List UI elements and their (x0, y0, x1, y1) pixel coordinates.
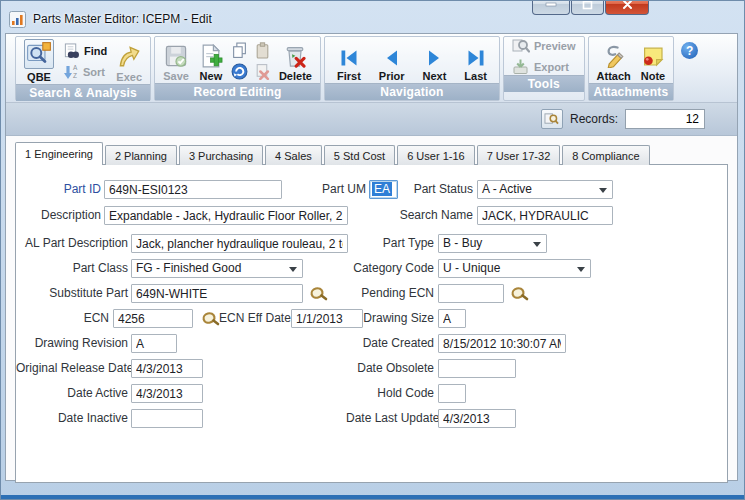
new-label: New (200, 70, 223, 82)
note-label: Note (641, 70, 665, 82)
attach-button[interactable]: Attach (593, 38, 635, 83)
close-button[interactable] (605, 0, 649, 15)
search-name-field[interactable] (477, 206, 613, 225)
save-icon (164, 44, 188, 68)
tab-user-17-32[interactable]: 7 User 17-32 (477, 145, 561, 165)
svg-text:Z: Z (73, 72, 77, 79)
drawing-size-label: Drawing Size (346, 309, 434, 328)
toolbar-group-navigation: First Prior Next (324, 36, 500, 101)
minimize-button[interactable] (532, 0, 570, 15)
date-obsolete-field[interactable] (438, 359, 516, 378)
part-status-dropdown[interactable]: A - Active (477, 180, 613, 199)
pending-ecn-lookup-icon[interactable] (510, 285, 529, 302)
tab-engineering[interactable]: 1 Engineering (15, 142, 103, 165)
next-record-icon (424, 48, 444, 68)
category-code-dropdown[interactable]: U - Unique (438, 259, 591, 278)
first-label: First (337, 70, 361, 82)
record-search-button[interactable] (541, 109, 563, 129)
find-button[interactable]: Find (63, 43, 107, 60)
qbe-button[interactable]: QBE (20, 38, 58, 84)
prior-button[interactable]: Prior (371, 38, 413, 83)
delete-button[interactable]: Delete (275, 38, 316, 83)
hold-code-label: Hold Code (346, 384, 434, 403)
tab-purchasing[interactable]: 3 Purchasing (179, 145, 263, 165)
preview-button[interactable]: Preview (512, 37, 576, 54)
new-button[interactable]: New (195, 38, 227, 83)
note-button[interactable]: Note (637, 38, 669, 83)
save-label: Save (163, 70, 189, 82)
preview-label: Preview (534, 40, 576, 52)
ecn-field[interactable] (113, 309, 193, 328)
save-button[interactable]: Save (159, 38, 193, 83)
date-created-field[interactable] (438, 334, 566, 353)
cancel-edit-icon[interactable] (254, 63, 271, 80)
al-part-description-field[interactable] (131, 234, 348, 253)
group-caption-navigation: Navigation (325, 83, 499, 100)
tab-compliance[interactable]: 8 Compliance (562, 145, 649, 165)
drawing-revision-field[interactable] (131, 334, 177, 353)
find-icon (63, 43, 80, 60)
part-id-field[interactable] (104, 180, 282, 199)
category-code-value: U - Unique (443, 261, 500, 275)
delete-icon (283, 44, 307, 68)
refresh-icon[interactable] (231, 63, 248, 80)
substitute-part-lookup-icon[interactable] (309, 285, 328, 302)
sort-label: Sort (83, 66, 105, 78)
copy-icon[interactable] (231, 42, 248, 59)
records-label: Records: (570, 112, 618, 126)
records-count-field[interactable] (625, 109, 705, 129)
export-button[interactable]: Export (512, 58, 576, 75)
svg-text:A: A (73, 64, 78, 71)
window-title: Parts Master Editor: ICEPM - Edit (33, 12, 212, 26)
toolbar-group-record-editing: Save New (154, 36, 321, 101)
date-active-field[interactable] (131, 384, 203, 403)
part-class-dropdown[interactable]: FG - Finished Good (131, 259, 303, 278)
pending-ecn-field[interactable] (438, 284, 504, 303)
al-part-description-label: AL Part Description (16, 234, 128, 253)
minimize-icon (545, 2, 557, 7)
toolbar: QBE Find (6, 34, 737, 103)
group-caption-search-analysis: Search & Analysis (16, 84, 150, 101)
group-caption-record-editing: Record Editing (155, 83, 320, 100)
tab-sales[interactable]: 4 Sales (265, 145, 322, 165)
date-inactive-field[interactable] (131, 409, 203, 428)
paste-icon[interactable] (254, 42, 271, 59)
group-caption-tools: Tools (504, 75, 584, 92)
window-controls (531, 0, 649, 15)
note-icon (641, 44, 665, 68)
tab-bar: 1 Engineering 2 Planning 3 Purchasing 4 … (15, 142, 728, 165)
last-label: Last (464, 70, 487, 82)
part-um-label: Part UM (297, 180, 366, 199)
qbe-icon (24, 39, 54, 69)
substitute-part-field[interactable] (131, 284, 303, 303)
maximize-button[interactable] (571, 0, 604, 15)
toolbar-group-attachments: Attach Note Attachments (588, 36, 675, 101)
description-field[interactable] (104, 206, 348, 225)
tab-planning[interactable]: 2 Planning (105, 145, 177, 165)
last-record-icon (466, 48, 486, 68)
tab-std-cost[interactable]: 5 Std Cost (324, 145, 395, 165)
sort-button[interactable]: A Z Sort (63, 64, 107, 80)
first-button[interactable]: First (329, 38, 369, 83)
part-class-label: Part Class (16, 259, 128, 278)
last-button[interactable]: Last (456, 38, 495, 83)
date-last-update-field[interactable] (438, 409, 516, 428)
attach-label: Attach (597, 70, 631, 82)
drawing-size-field[interactable] (438, 309, 466, 328)
app-window: Parts Master Editor: ICEPM - Edit (0, 0, 745, 500)
group-caption-attachments: Attachments (589, 83, 674, 100)
qbe-label: QBE (27, 71, 51, 83)
sort-icon: A Z (63, 64, 79, 80)
close-icon (622, 0, 633, 10)
part-type-dropdown[interactable]: B - Buy (438, 234, 547, 253)
exec-button[interactable]: Exec (112, 38, 146, 84)
app-icon (9, 11, 26, 28)
ecn-lookup-icon[interactable] (201, 310, 220, 327)
original-release-date-field[interactable] (131, 359, 203, 378)
tab-user-1-16[interactable]: 6 User 1-16 (397, 145, 474, 165)
help-icon[interactable]: ? (681, 42, 698, 59)
next-button[interactable]: Next (414, 38, 454, 83)
date-obsolete-label: Date Obsolete (346, 359, 434, 378)
hold-code-field[interactable] (438, 384, 466, 403)
part-class-value: FG - Finished Good (136, 261, 241, 275)
